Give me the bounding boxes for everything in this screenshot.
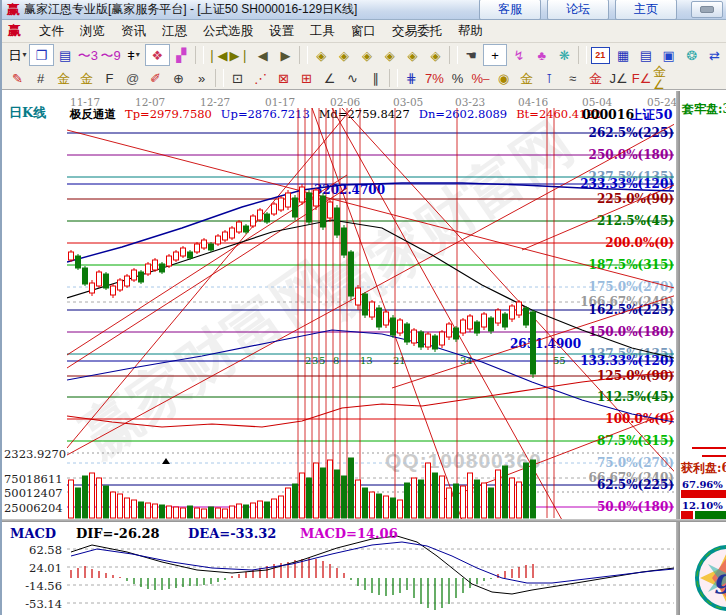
pencil-red-icon[interactable]: ✐ bbox=[144, 68, 167, 88]
percent-icon[interactable]: % bbox=[446, 68, 469, 88]
crosshair-icon[interactable]: + bbox=[483, 44, 508, 66]
diamond-expand-x-icon[interactable]: ◈ bbox=[333, 45, 356, 65]
gold-circle-icon[interactable]: ◉ bbox=[492, 68, 515, 88]
toolbar-separator bbox=[299, 46, 308, 64]
titlebar-buttons: 客服论坛主页 bbox=[479, 0, 677, 20]
indicator-value-1: Tp=2979.7580 bbox=[125, 107, 212, 122]
minimize-button[interactable] bbox=[691, 1, 723, 18]
menu-item-4[interactable]: 江恩 bbox=[154, 21, 195, 42]
gann-logo: ga bbox=[692, 544, 726, 612]
period-label: 日K线 bbox=[9, 104, 46, 122]
menu-item-2[interactable]: 浏览 bbox=[72, 21, 113, 42]
indicator-values: Tp=2979.7580Up=2876.7213Md=2759.8427Dn=2… bbox=[125, 107, 601, 122]
gann-web-icon[interactable]: ⊠ bbox=[272, 68, 295, 88]
fib-number: 5 bbox=[319, 355, 325, 366]
wave-3-icon[interactable]: 〜3 bbox=[76, 45, 99, 65]
gann-fan-icon[interactable]: ⋰ bbox=[249, 68, 272, 88]
single-candle-icon[interactable]: ǂ▾ bbox=[122, 45, 145, 65]
diamond-expand-y-icon[interactable]: ◈ bbox=[378, 45, 401, 65]
app-logo-icon: 赢 bbox=[7, 1, 20, 19]
notepad-icon[interactable]: ▤ bbox=[635, 45, 658, 65]
whip-tool-icon[interactable]: ↯ bbox=[507, 45, 530, 65]
gold-line-icon[interactable]: 金 bbox=[515, 68, 538, 88]
net-globe-icon[interactable]: ❂ bbox=[680, 45, 703, 65]
gold-angle-icon[interactable]: 金∠ bbox=[653, 68, 676, 88]
scale-label: 75018611 bbox=[4, 472, 62, 486]
tree-tool-icon[interactable]: ♣ bbox=[530, 45, 553, 65]
fib-number: 34 bbox=[460, 355, 473, 366]
calculator-icon[interactable]: ▦ bbox=[612, 45, 635, 65]
next-page-icon[interactable]: ▶ bbox=[274, 45, 297, 65]
app-window: 赢 赢家江恩专业版[赢家服务平台] - [上证50 SH000016-129日K… bbox=[0, 0, 726, 615]
gold-grid-2-icon[interactable]: 金 bbox=[75, 68, 98, 88]
hand-tool-icon[interactable]: ☚ bbox=[460, 45, 483, 65]
more-tools-chevron[interactable]: » bbox=[190, 68, 213, 88]
percent-strike-icon[interactable]: 7% bbox=[423, 68, 446, 88]
wave-ruler-icon[interactable]: ≈ bbox=[561, 68, 584, 88]
menu-item-10[interactable]: 帮助 bbox=[450, 21, 491, 42]
gann-level-label: 87.5%(315) bbox=[524, 434, 674, 448]
diamond-shrink-x-icon[interactable]: ◈ bbox=[310, 45, 333, 65]
transfer-icon[interactable]: ⇄ bbox=[703, 45, 726, 65]
titlebar-button-1[interactable]: 客服 bbox=[479, 0, 541, 20]
color-analysis-icon[interactable]: ▞ bbox=[170, 45, 193, 65]
toolbar-separator bbox=[195, 46, 204, 64]
scale-label: 50012407 bbox=[4, 486, 62, 500]
menu-item-8[interactable]: 窗口 bbox=[343, 21, 384, 42]
j-angle-icon[interactable]: J∠ bbox=[607, 68, 630, 88]
fib-number: 2 bbox=[305, 355, 311, 366]
indicator-value-4: Dn=2602.8089 bbox=[419, 107, 507, 122]
gann-level-label: 62.5%(225) bbox=[524, 478, 674, 492]
frame-tool-icon[interactable]: ⊡ bbox=[226, 68, 249, 88]
spiral-icon[interactable]: @ bbox=[121, 68, 144, 88]
save-icon[interactable]: ▣ bbox=[657, 45, 680, 65]
measure-pencil-icon[interactable]: ⊺ bbox=[538, 68, 561, 88]
diamond-compress-icon[interactable]: ◈ bbox=[401, 45, 424, 65]
neural-icon[interactable]: ❋ bbox=[553, 45, 576, 65]
period-day-icon[interactable]: 日▾ bbox=[6, 45, 29, 65]
menu-item-3[interactable]: 资讯 bbox=[113, 21, 154, 42]
gold-underline-icon[interactable]: 金 bbox=[584, 68, 607, 88]
profit-bar-1-red bbox=[681, 490, 726, 498]
channel-icon[interactable]: ∥ bbox=[364, 68, 387, 88]
zigzag-icon[interactable]: ∿ bbox=[341, 68, 364, 88]
f-angle-icon[interactable]: F∠ bbox=[630, 68, 653, 88]
trend-lines-icon[interactable]: ∠ bbox=[318, 68, 341, 88]
prev-page-icon[interactable]: ◀ bbox=[251, 45, 274, 65]
fib-number: 3 bbox=[312, 355, 318, 366]
percent-levels-icon[interactable]: %⎯ bbox=[469, 68, 492, 88]
titlebar-button-2[interactable]: 论坛 bbox=[547, 0, 609, 20]
gold-grid-1-icon[interactable]: 金 bbox=[52, 68, 75, 88]
menu-item-6[interactable]: 设置 bbox=[261, 21, 302, 42]
menu-item-1[interactable]: 文件 bbox=[31, 21, 72, 42]
macd-scale-label: 62.58 bbox=[4, 543, 62, 557]
fib-number: 55 bbox=[553, 355, 566, 366]
grid-tool-icon[interactable]: # bbox=[29, 68, 52, 88]
gann-level-label: 133.33%(120) bbox=[524, 354, 674, 368]
menu-item-7[interactable]: 工具 bbox=[302, 21, 343, 42]
wave-9-icon[interactable]: 〜9 bbox=[99, 45, 122, 65]
toolbar-separator bbox=[449, 46, 458, 64]
diamond-shrink-y-icon[interactable]: ◈ bbox=[356, 45, 379, 65]
ruler-bars-icon[interactable]: ⋕ bbox=[400, 68, 423, 88]
calendar-icon[interactable]: 21 bbox=[589, 45, 612, 65]
menu-item-5[interactable]: 公式选股 bbox=[195, 21, 261, 42]
diamond-stretch-icon[interactable]: ◈ bbox=[424, 45, 447, 65]
info-note-icon[interactable]: ▤ bbox=[54, 45, 77, 65]
menu-item-9[interactable]: 交易委托 bbox=[384, 21, 450, 42]
high-price-label: 3202.4700 bbox=[314, 183, 385, 197]
f-grid-icon[interactable]: F bbox=[98, 68, 121, 88]
multi-window-icon[interactable]: ❐ bbox=[29, 44, 54, 66]
titlebar-button-3[interactable]: 主页 bbox=[615, 0, 677, 20]
gann-figure-icon[interactable]: ❖ bbox=[145, 44, 170, 66]
symbol-code: 000016 bbox=[582, 107, 634, 122]
last-page-icon[interactable]: ▶❘ bbox=[228, 45, 251, 65]
gann-level-label: 187.5%(315) bbox=[524, 258, 674, 272]
macd-scale-label: 24.01 bbox=[4, 561, 62, 575]
first-page-icon[interactable]: ❘◀ bbox=[206, 45, 229, 65]
pane-splitter[interactable] bbox=[2, 519, 726, 522]
sphere-sketch-icon[interactable]: ⊕ bbox=[167, 68, 190, 88]
gann-box-icon[interactable]: ⊞ bbox=[295, 68, 318, 88]
brush-tool-icon[interactable]: ✎ bbox=[6, 68, 29, 88]
macd-value: MACD=14.06 bbox=[300, 526, 398, 541]
